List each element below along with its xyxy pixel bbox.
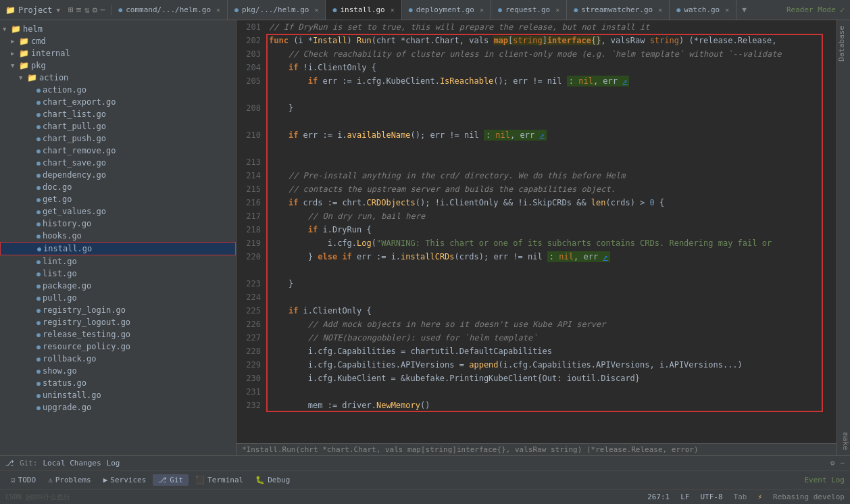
tree-item-uninstall[interactable]: ▶●uninstall.go [0, 389, 236, 401]
tree-item-status[interactable]: ▶●status.go [0, 377, 236, 389]
tree-item-show[interactable]: ▶●show.go [0, 365, 236, 377]
tree-item-internal[interactable]: ▶ 📁 internal [0, 47, 236, 59]
folder-icon-action: 📁 [27, 73, 37, 82]
debug-button[interactable]: 🐛 Debug [250, 474, 295, 486]
tree-item-action-go[interactable]: ▶●action.go [0, 84, 236, 96]
folder-icon-cmd: 📁 [19, 36, 29, 46]
go-file-icon: ● [574, 6, 578, 14]
tree-item-resource-policy[interactable]: ▶●resource_policy.go [0, 341, 236, 353]
code-line-blank3 [269, 142, 836, 155]
tab-pkg-helm[interactable]: ● pkg/.../helm.go ✕ [228, 0, 326, 20]
csdn-watermark: CSDN @你叫什么也行 [5, 493, 70, 502]
toolbar-icon-2[interactable]: ≡ [76, 5, 82, 15]
dropdown-arrow[interactable]: ▼ [57, 7, 60, 14]
toolbar-icon-1[interactable]: ⊞ [68, 5, 74, 15]
tree-arrow-pkg: ▼ [11, 62, 19, 69]
tab-request[interactable]: ● request.go ✕ [491, 0, 567, 20]
status-bar-right: ⚙ − [830, 459, 845, 468]
code-content[interactable]: 201 202 203 204 205 208 210 213 214 215 … [236, 20, 836, 443]
tree-item-history[interactable]: ▶●history.go [0, 218, 236, 230]
tree-item-chart-export[interactable]: ▶●chart_export.go [0, 96, 236, 108]
toolbar-gear-icon[interactable]: ⚙ [92, 5, 97, 15]
tree-item-chart-list[interactable]: ▶●chart_list.go [0, 108, 236, 120]
code-line-225: if i.ClientOnly { [269, 304, 836, 318]
tree-item-pull[interactable]: ▶●pull.go [0, 292, 236, 304]
code-line-219: i.cfg.Log("WARNING: This chart or one of… [269, 236, 836, 250]
code-line-230: i.cfg.KubeClient = &kubefake.PrintingKub… [269, 372, 836, 385]
tab-overflow-icon[interactable]: ▼ [736, 5, 752, 14]
project-header: 📁 Project ▼ ⊞ ≡ ⇅ ⚙ − [0, 5, 111, 15]
tab-label: watch.go [684, 5, 720, 14]
tree-item-registry-login[interactable]: ▶●registry_login.go [0, 304, 236, 316]
tree-item-lint[interactable]: ▶●lint.go [0, 255, 236, 268]
git-icon: ⎇ [5, 459, 14, 468]
tree-item-get-values[interactable]: ▶●get_values.go [0, 205, 236, 218]
minimize-icon[interactable]: − [840, 459, 845, 468]
tree-item-package[interactable]: ▶●package.go [0, 280, 236, 292]
tab-label: streamwatcher.go [581, 5, 653, 14]
tab-watch[interactable]: ● watch.go ✕ [670, 0, 736, 20]
terminal-button[interactable]: ⬛ Terminal [190, 474, 249, 486]
tree-item-cmd[interactable]: ▶ 📁 cmd [0, 35, 236, 47]
tab-install[interactable]: ● install.go ✕ [326, 0, 401, 20]
tree-item-pkg[interactable]: ▼ 📁 pkg [0, 59, 236, 72]
go-file-icon: ● [498, 6, 502, 14]
tree-item-hooks[interactable]: ▶●hooks.go [0, 230, 236, 242]
tree-item-chart-push[interactable]: ▶●chart_push.go [0, 132, 236, 145]
database-sidebar-label[interactable]: Database [837, 20, 850, 67]
tree-item-list[interactable]: ▶●list.go [0, 268, 236, 280]
reader-mode-label[interactable]: Reader Mode [786, 5, 836, 14]
toolbar-minus-icon[interactable]: − [100, 5, 105, 15]
tree-item-chart-pull[interactable]: ▶●chart_pull.go [0, 120, 236, 132]
make-sidebar-label[interactable]: make [837, 427, 850, 456]
bottom-toolbar: ☑ TODO ⚠ Problems ▶ Services ⎇ Git ⬛ Ter… [0, 470, 850, 489]
tab-command-helm[interactable]: ● command/.../helm.go ✕ [111, 0, 228, 20]
problems-button[interactable]: ⚠ Problems [43, 474, 97, 486]
file-tree: ▼ 📁 helm ▶ 📁 cmd ▶ 📁 internal ▼ [0, 20, 236, 455]
tab-close-icon[interactable]: ✕ [480, 6, 484, 14]
tree-item-upgrade[interactable]: ▶●upgrade.go [0, 401, 236, 413]
tree-item-rollback[interactable]: ▶●rollback.go [0, 353, 236, 365]
code-line-217: // On dry run, bail here [269, 209, 836, 223]
tree-item-get[interactable]: ▶●get.go [0, 193, 236, 205]
tree-item-dependency[interactable]: ▶●dependency.go [0, 169, 236, 181]
go-file-icon: ● [676, 6, 680, 14]
todo-button[interactable]: ☑ TODO [5, 474, 41, 486]
code-line-205: if err := i.cfg.KubeClient.IsReachable()… [269, 74, 836, 88]
tab-streamwatcher[interactable]: ● streamwatcher.go ✕ [567, 0, 670, 20]
tree-item-install[interactable]: ▶ ● install.go [0, 242, 236, 255]
tab-close-icon[interactable]: ✕ [555, 6, 559, 14]
go-file-icon: ● [234, 6, 239, 14]
tab-close-icon[interactable]: ✕ [391, 6, 395, 14]
tree-item-action[interactable]: ▼ 📁 action [0, 72, 236, 84]
tab-close-icon[interactable]: ✕ [216, 6, 220, 14]
tree-item-registry-logout[interactable]: ▶●registry_logout.go [0, 316, 236, 328]
right-sidebar: Database make [836, 20, 850, 455]
checkmark-icon: ✓ [840, 5, 845, 15]
tab-right-controls: Reader Mode ✓ [781, 5, 850, 15]
go-file-icon: ● [332, 6, 336, 14]
services-button[interactable]: ▶ Services [98, 474, 152, 486]
tab-close-icon[interactable]: ✕ [658, 6, 662, 14]
line-ending: LF [680, 493, 689, 501]
code-lines-container: // If DryRun is set to true, this will p… [266, 20, 836, 443]
settings-gear-icon[interactable]: ⚙ [830, 459, 835, 468]
tree-item-doc[interactable]: ▶●doc.go [0, 181, 236, 193]
git-button[interactable]: ⎇ Git [153, 474, 189, 486]
toolbar-icon-3[interactable]: ⇅ [84, 5, 90, 15]
git-status-bar: ⎇ Git: Local Changes Log ⚙ − [0, 455, 850, 470]
tab-deployment[interactable]: ● deployment.go ✕ [402, 0, 491, 20]
tree-arrow-cmd: ▶ [11, 38, 19, 45]
tab-close-icon[interactable]: ✕ [725, 6, 729, 14]
tree-item-chart-remove[interactable]: ▶●chart_remove.go [0, 145, 236, 157]
log-button[interactable]: Log [107, 459, 120, 468]
problems-label: Problems [55, 476, 91, 484]
tree-item-release-testing[interactable]: ▶●release_testing.go [0, 328, 236, 341]
event-log-label[interactable]: Event Log [804, 476, 845, 484]
local-changes-button[interactable]: Local Changes [43, 459, 101, 468]
tree-item-chart-save[interactable]: ▶●chart_save.go [0, 157, 236, 169]
folder-icon: 📁 [5, 5, 16, 15]
encoding-label: UTF-8 [700, 493, 722, 501]
tree-item-helm[interactable]: ▼ 📁 helm [0, 23, 236, 35]
tab-close-icon[interactable]: ✕ [314, 6, 318, 14]
